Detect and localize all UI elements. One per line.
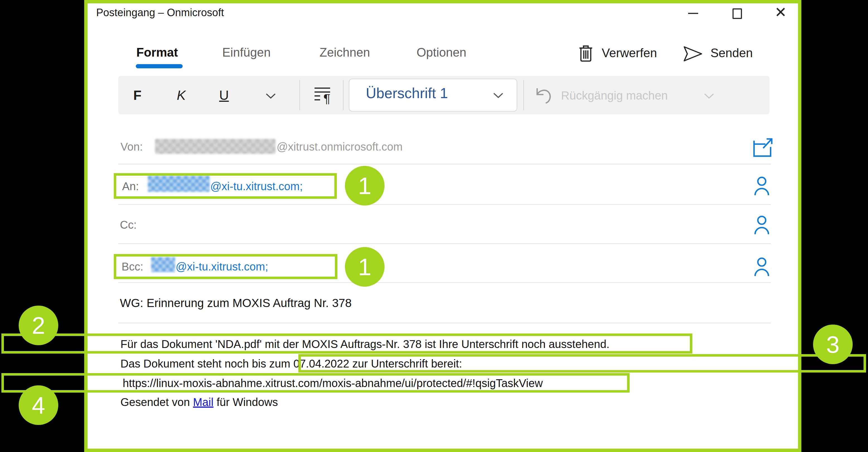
callout-1-bcc: 1 xyxy=(345,247,384,287)
undo-icon[interactable] xyxy=(534,84,553,104)
window-title: Posteingang – Onmicrosoft xyxy=(96,7,224,18)
discard-button[interactable]: Verwerfen xyxy=(602,47,657,59)
tab-format[interactable]: Format xyxy=(136,46,178,59)
chevron-down-icon[interactable] xyxy=(493,92,503,99)
annotation-box-url xyxy=(1,373,629,393)
field-divider xyxy=(118,282,771,283)
annotation-box-to-field xyxy=(114,173,337,199)
minimize-icon[interactable] xyxy=(688,13,698,14)
tab-zeichnen[interactable]: Zeichnen xyxy=(319,46,370,59)
close-icon[interactable]: ✕ xyxy=(775,5,787,20)
tab-einfuegen[interactable]: Einfügen xyxy=(222,46,271,59)
chevron-down-icon[interactable] xyxy=(266,93,276,99)
tab-optionen[interactable]: Optionen xyxy=(416,46,466,59)
bold-button[interactable]: F xyxy=(133,89,142,102)
body-line-signature: Gesendet von Mail für Windows xyxy=(120,396,278,408)
annotation-box-deadline xyxy=(298,354,866,372)
underline-button[interactable]: U xyxy=(219,89,229,102)
signature-suffix: für Windows xyxy=(214,396,278,408)
field-divider xyxy=(118,204,771,205)
mail-app-link[interactable]: Mail xyxy=(193,396,213,408)
annotation-box-bcc-field xyxy=(114,254,337,279)
field-divider xyxy=(118,243,771,244)
from-label: Von: xyxy=(120,141,143,152)
field-divider xyxy=(118,323,771,324)
person-icon[interactable] xyxy=(753,175,771,196)
person-icon[interactable] xyxy=(753,256,771,277)
maximize-icon[interactable] xyxy=(733,8,742,19)
signature-prefix: Gesendet von xyxy=(120,396,193,408)
active-tab-indicator xyxy=(136,64,183,68)
cc-label[interactable]: Cc: xyxy=(120,219,136,230)
toolbar-divider xyxy=(300,80,300,110)
callout-1-to: 1 xyxy=(345,166,384,206)
trash-icon[interactable] xyxy=(578,44,594,62)
callout-3: 3 xyxy=(813,325,852,364)
annotation-box-reminder-line xyxy=(1,333,692,354)
send-icon[interactable] xyxy=(683,46,704,62)
style-dropdown-value: Überschrift 1 xyxy=(366,86,448,100)
send-button[interactable]: Senden xyxy=(710,47,753,59)
redacted-from-address xyxy=(155,139,276,154)
from-address-domain: @xitrust.onmicrosoft.com xyxy=(277,141,403,152)
person-icon[interactable] xyxy=(753,214,771,235)
paragraph-format-icon[interactable]: ¶ xyxy=(313,86,337,104)
undo-button[interactable]: Rückgängig machen xyxy=(561,90,668,101)
chevron-down-icon[interactable] xyxy=(704,93,714,99)
callout-4: 4 xyxy=(19,385,58,425)
popout-icon[interactable] xyxy=(752,135,773,158)
subject-line[interactable]: WG: Erinnerung zum MOXIS Auftrag Nr. 378 xyxy=(120,297,351,309)
field-divider xyxy=(118,164,771,164)
screen: Posteingang – Onmicrosoft ✕ Format Einfü… xyxy=(0,0,868,452)
toolbar-divider xyxy=(343,80,343,110)
callout-2: 2 xyxy=(19,306,58,345)
deadline-prefix: Das Dokument steht noch bis zum xyxy=(120,358,293,370)
svg-text:¶: ¶ xyxy=(323,91,331,104)
italic-button[interactable]: K xyxy=(177,89,186,102)
toolbar-divider xyxy=(523,80,524,110)
